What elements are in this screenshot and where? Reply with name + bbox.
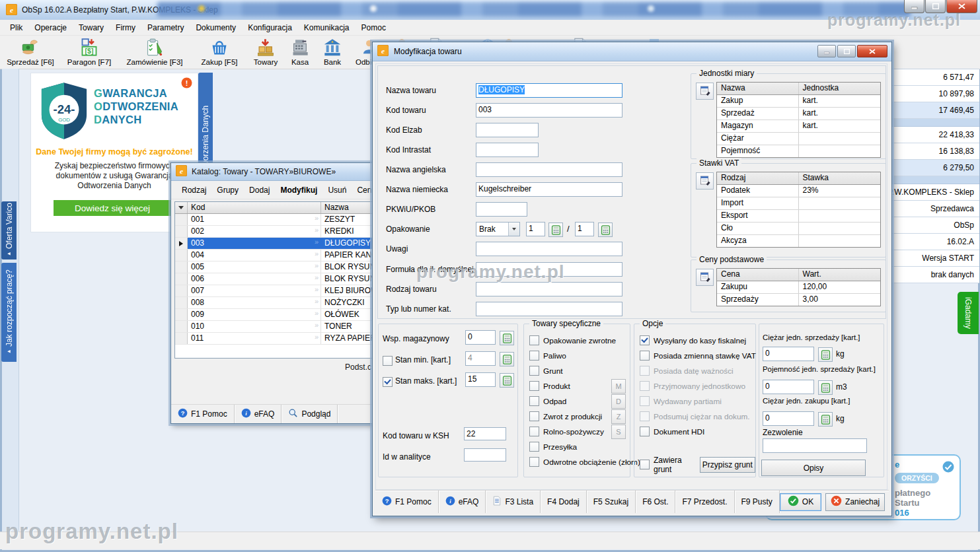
ksh-input[interactable]: 22 xyxy=(464,427,506,440)
mini-button-d[interactable]: D xyxy=(611,394,626,409)
footer-button-f3-lista[interactable]: F3 Lista xyxy=(486,491,541,513)
mini-button-s[interactable]: S xyxy=(611,425,626,439)
toolbar-button-sprzeda-f6-[interactable]: Sprzedaż [F6] xyxy=(0,36,61,66)
menu-item-pomoc[interactable]: Pomoc xyxy=(356,20,392,35)
dialog-maximize-button[interactable] xyxy=(837,45,856,57)
catalog-button-podgl-d[interactable]: Podgląd xyxy=(282,405,338,423)
field-input-nazwa-towaru[interactable]: DŁUGOPISY xyxy=(476,83,622,98)
field-input-uwagi[interactable] xyxy=(476,242,622,256)
analytics-id-input[interactable] xyxy=(464,448,506,462)
catalog-button-f1-pomoc[interactable]: ?F1 Pomoc xyxy=(171,405,235,423)
checkbox-przesy-ka[interactable] xyxy=(529,442,539,452)
checkbox-grunt[interactable] xyxy=(529,366,539,376)
checkbox-odpad[interactable] xyxy=(529,396,539,406)
weight-input[interactable]: 0 xyxy=(763,380,814,394)
catalog-menu-usuń[interactable]: Usuń xyxy=(322,183,352,197)
field-input-kod-intrastat[interactable] xyxy=(476,143,539,157)
column-header-kod[interactable]: Kod xyxy=(188,202,321,213)
stock-checkbox-2[interactable] xyxy=(383,377,393,387)
minimize-button[interactable] xyxy=(904,0,924,13)
table-row[interactable]: Akcyza xyxy=(717,235,880,247)
dialog-minimize-button[interactable] xyxy=(817,45,836,57)
toolbar-button-bank[interactable]: Bank xyxy=(316,36,349,66)
field-input-formu-a-dla-il-domy-lnej[interactable] xyxy=(476,262,622,277)
catalog-button-efaq[interactable]: ieFAQ xyxy=(235,405,282,423)
footer-button-f5-szukaj[interactable]: F5 Szukaj xyxy=(587,491,636,513)
edit-prices-button[interactable] xyxy=(696,269,714,286)
catalog-menu-modyfikuj[interactable]: Modyfikuj xyxy=(275,183,322,197)
dialog-close-button[interactable] xyxy=(857,45,887,57)
table-row[interactable]: Pojemność xyxy=(717,145,880,157)
calculator-button[interactable] xyxy=(548,223,563,237)
footer-button-f6-ost-[interactable]: F6 Ost. xyxy=(636,491,675,513)
field-input-nazwa-angielska[interactable] xyxy=(476,162,622,177)
weight-input[interactable]: 0 xyxy=(763,347,814,361)
sidebar-tab-jak-rozpoczac[interactable]: ▸Jak rozpocząć pracę? xyxy=(1,263,17,362)
calculator-button[interactable] xyxy=(500,373,514,388)
checkbox-rolno-spo-ywczy[interactable] xyxy=(529,427,539,436)
calculator-button[interactable] xyxy=(500,331,514,345)
maximize-button[interactable] xyxy=(925,0,946,13)
checkbox-wysy-any-do-kasy-fiskalnej[interactable] xyxy=(640,335,650,345)
field-input-nazwa-niemiecka[interactable]: Kugelschreiber xyxy=(476,182,622,197)
stock-input[interactable]: 0 xyxy=(465,330,496,345)
table-row[interactable]: Sprzedaży3,00 xyxy=(717,294,880,306)
field-input-kod-towaru[interactable]: 003 xyxy=(476,103,622,118)
mini-button-m[interactable]: M xyxy=(611,379,626,394)
stock-input[interactable]: 4 xyxy=(465,351,496,366)
grid-options-cell[interactable] xyxy=(175,202,188,213)
table-row[interactable]: Import xyxy=(717,197,880,210)
calculator-button[interactable] xyxy=(500,352,514,366)
checkbox-opakowanie-zwrotne[interactable] xyxy=(529,335,539,345)
edit-vat-button[interactable] xyxy=(696,172,714,190)
menu-item-plik[interactable]: Plik xyxy=(4,20,28,35)
checkbox-dokument-hdi[interactable] xyxy=(640,427,650,436)
dropdown-button[interactable] xyxy=(508,223,519,236)
field-input-rodzaj-towaru[interactable] xyxy=(476,282,622,296)
table-row[interactable]: Sprzedażkart. xyxy=(717,108,880,120)
ok-button[interactable]: OK xyxy=(780,493,821,511)
opakowanie-dropdown[interactable]: Brak xyxy=(476,222,520,236)
footer-button-f9-pusty[interactable]: F9 Pusty xyxy=(735,491,780,513)
table-row[interactable]: Cło xyxy=(717,223,880,235)
footer-button-f7-przedost-[interactable]: F7 Przedost. xyxy=(675,491,734,513)
weight-input[interactable]: 0 xyxy=(763,411,814,426)
menu-item-dokumenty[interactable]: Dokumenty xyxy=(190,20,242,35)
calculator-button[interactable] xyxy=(818,347,833,362)
learn-more-button[interactable]: Dowiedz się więcej xyxy=(54,200,171,216)
table-row[interactable]: Zakupkart. xyxy=(717,95,880,108)
toolbar-button-zam-wienie-f3-[interactable]: Zamówienie [F3] xyxy=(118,36,192,66)
checkbox-produkt[interactable] xyxy=(529,381,539,391)
checkbox-odwrotne-obci-enie-z-om-[interactable] xyxy=(529,457,539,467)
table-row[interactable]: Eksport xyxy=(717,210,880,223)
opakowanie-qty2-input[interactable]: 1 xyxy=(575,222,594,236)
menu-item-towary[interactable]: Towary xyxy=(73,20,110,35)
catalog-menu-grupy[interactable]: Grupy xyxy=(211,183,244,197)
footer-button-f1-pomoc[interactable]: ?F1 Pomoc xyxy=(375,491,439,513)
menu-item-firmy[interactable]: Firmy xyxy=(110,20,141,35)
edit-units-button[interactable] xyxy=(696,83,714,100)
table-row[interactable]: Podatek23% xyxy=(717,185,880,197)
permit-input[interactable] xyxy=(763,438,867,453)
dialog-titlebar[interactable]: e Modyfikacja towaru xyxy=(373,42,891,61)
toolbar-button-zakup-f5-[interactable]: Zakup [F5] xyxy=(192,36,247,66)
stock-checkbox-1[interactable] xyxy=(383,356,393,366)
sidebar-tab-oferta-varico[interactable]: ▸Oferta Varico xyxy=(1,201,17,259)
table-row[interactable]: Zakupu120,00 xyxy=(717,281,880,294)
calculator-button[interactable] xyxy=(598,223,613,237)
field-input-pkwiu-pkob[interactable] xyxy=(476,202,527,217)
cancel-button[interactable]: Zaniechaj xyxy=(825,493,885,511)
sidebar-tab-igadamy[interactable]: iGadamy xyxy=(958,292,979,334)
field-input-kod-elzab[interactable] xyxy=(476,123,539,137)
opisy-button[interactable]: Opisy xyxy=(761,460,866,476)
calculator-button[interactable] xyxy=(818,412,833,427)
table-row[interactable]: Magazynkart. xyxy=(717,120,880,133)
toolbar-button-towary[interactable]: Towary xyxy=(247,36,284,66)
footer-button-f4-dodaj[interactable]: F4 Dodaj xyxy=(541,491,587,513)
checkbox-paliwo[interactable] xyxy=(529,351,539,361)
catalog-menu-rodzaj[interactable]: Rodzaj xyxy=(176,183,211,197)
zawiera-grunt-checkbox[interactable] xyxy=(640,460,650,469)
toolbar-button-kasa[interactable]: Kasa xyxy=(284,36,316,66)
footer-button-efaq[interactable]: ieFAQ xyxy=(439,491,486,513)
field-input-typ-lub-numer-kat-[interactable] xyxy=(476,302,622,316)
